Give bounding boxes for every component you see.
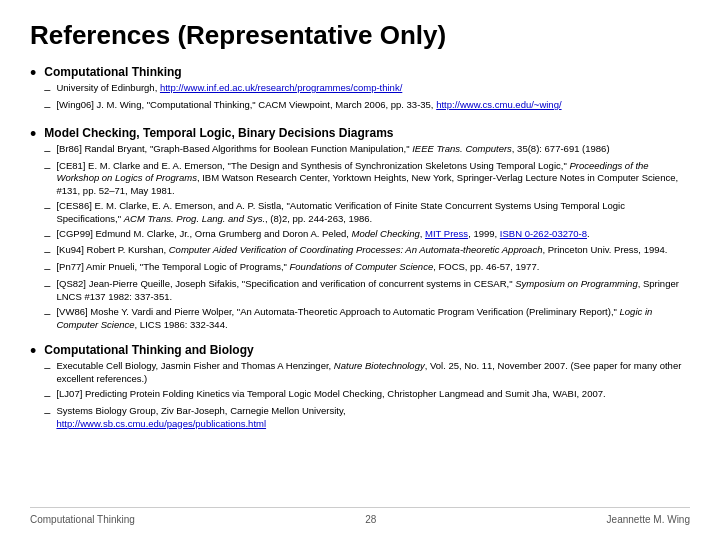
section-computational-thinking: • Computational Thinking – University of…: [30, 65, 690, 116]
link[interactable]: http://www.inf.ed.ac.uk/research/program…: [160, 82, 402, 93]
ref-item: – [Ku94] Robert P. Kurshan, Computer Aid…: [44, 244, 690, 259]
ref-text: [LJ07] Predicting Protein Folding Kineti…: [56, 388, 605, 403]
link[interactable]: MIT Press: [425, 228, 468, 239]
section-2-content: Model Checking, Temporal Logic, Binary D…: [44, 126, 690, 334]
dash: –: [44, 143, 50, 158]
ref-text: [QS82] Jean-Pierre Queille, Joseph Sifak…: [56, 278, 690, 304]
ref-item: – [CE81] E. M. Clarke and E. A. Emerson,…: [44, 160, 690, 198]
bullet-3: •: [30, 341, 36, 432]
dash: –: [44, 360, 50, 386]
section-3-content: Computational Thinking and Biology – Exe…: [44, 343, 690, 432]
footer-center: 28: [365, 514, 376, 525]
link[interactable]: http://www.cs.cmu.edu/~wing/: [436, 99, 561, 110]
page-title: References (Representative Only): [30, 20, 690, 51]
section-3-title: Computational Thinking and Biology: [44, 343, 690, 357]
ref-item: – [LJ07] Predicting Protein Folding Kine…: [44, 388, 690, 403]
ref-item: – [VW86] Moshe Y. Vardi and Pierre Wolpe…: [44, 306, 690, 332]
section-1-title: Computational Thinking: [44, 65, 690, 79]
link[interactable]: ISBN 0-262-03270-8: [500, 228, 587, 239]
ref-item: – [CES86] E. M. Clarke, E. A. Emerson, a…: [44, 200, 690, 226]
dash: –: [44, 82, 50, 97]
dash: –: [44, 244, 50, 259]
dash: –: [44, 99, 50, 114]
section-1-content: Computational Thinking – University of E…: [44, 65, 690, 116]
ref-text: [Wing06] J. M. Wing, "Computational Thin…: [56, 99, 561, 114]
footer-left: Computational Thinking: [30, 514, 135, 525]
ref-text: [CE81] E. M. Clarke and E. A. Emerson, "…: [56, 160, 690, 198]
ref-text: [VW86] Moshe Y. Vardi and Pierre Wolper,…: [56, 306, 690, 332]
section-model-checking: • Model Checking, Temporal Logic, Binary…: [30, 126, 690, 334]
ref-item: – Systems Biology Group, Ziv Bar-Joseph,…: [44, 405, 690, 431]
ref-text: University of Edinburgh, http://www.inf.…: [56, 82, 402, 97]
dash: –: [44, 405, 50, 431]
ref-text: Systems Biology Group, Ziv Bar-Joseph, C…: [56, 405, 345, 431]
ref-item: – Executable Cell Biology, Jasmin Fisher…: [44, 360, 690, 386]
ref-item: – [CGP99] Edmund M. Clarke, Jr., Orna Gr…: [44, 228, 690, 243]
ref-text: [CES86] E. M. Clarke, E. A. Emerson, and…: [56, 200, 690, 226]
bullet-2: •: [30, 124, 36, 334]
section-comp-bio: • Computational Thinking and Biology – E…: [30, 343, 690, 432]
ref-text: [Ku94] Robert P. Kurshan, Computer Aided…: [56, 244, 667, 259]
footer-right: Jeannette M. Wing: [607, 514, 690, 525]
dash: –: [44, 200, 50, 226]
link[interactable]: http://www.sb.cs.cmu.edu/pages/publicati…: [56, 418, 266, 429]
ref-item: – [Wing06] J. M. Wing, "Computational Th…: [44, 99, 690, 114]
ref-text: [CGP99] Edmund M. Clarke, Jr., Orna Grum…: [56, 228, 589, 243]
bullet-1: •: [30, 63, 36, 116]
ref-item: – [Br86] Randal Bryant, "Graph-Based Alg…: [44, 143, 690, 158]
dash: –: [44, 388, 50, 403]
section-2-title: Model Checking, Temporal Logic, Binary D…: [44, 126, 690, 140]
dash: –: [44, 278, 50, 304]
content-area: • Computational Thinking – University of…: [30, 65, 690, 503]
dash: –: [44, 228, 50, 243]
ref-text: [Br86] Randal Bryant, "Graph-Based Algor…: [56, 143, 609, 158]
ref-text: [Pn77] Amir Pnueli, "The Temporal Logic …: [56, 261, 539, 276]
ref-text: Executable Cell Biology, Jasmin Fisher a…: [56, 360, 690, 386]
dash: –: [44, 261, 50, 276]
ref-item: – [Pn77] Amir Pnueli, "The Temporal Logi…: [44, 261, 690, 276]
page: References (Representative Only) • Compu…: [0, 0, 720, 540]
footer: Computational Thinking 28 Jeannette M. W…: [30, 507, 690, 525]
dash: –: [44, 160, 50, 198]
dash: –: [44, 306, 50, 332]
ref-item: – [QS82] Jean-Pierre Queille, Joseph Sif…: [44, 278, 690, 304]
ref-item: – University of Edinburgh, http://www.in…: [44, 82, 690, 97]
